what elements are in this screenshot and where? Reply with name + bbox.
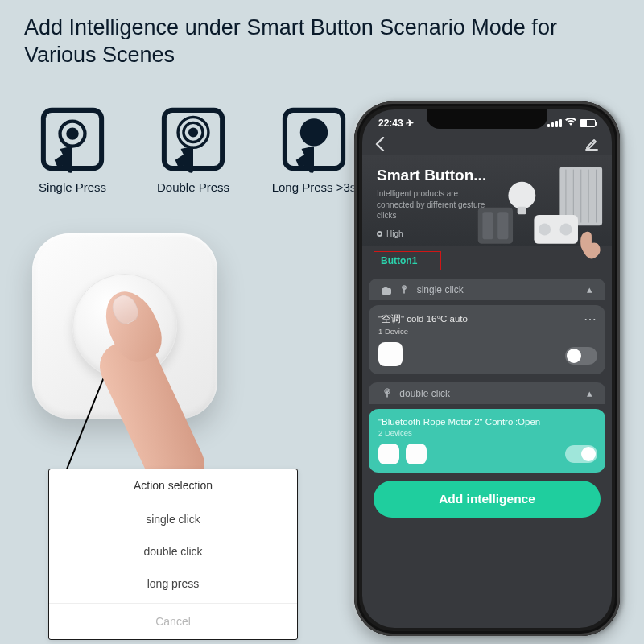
add-intelligence-button[interactable]: Add intelligence — [374, 481, 601, 518]
hero-art — [475, 165, 604, 262]
hero-subtitle: Intelligent products are connected by di… — [377, 188, 489, 221]
action-cancel[interactable]: Cancel — [49, 603, 297, 639]
svg-rect-22 — [497, 212, 508, 239]
svg-point-6 — [188, 127, 198, 137]
double-press-icon — [159, 105, 228, 174]
edit-icon[interactable] — [584, 137, 599, 155]
action-selection-popup: Action selection single click double cli… — [48, 469, 298, 640]
action-popup-title: Action selection — [49, 469, 297, 503]
phone-screen: 22:43 ✈ Smart Button... Intelligent prod… — [362, 109, 612, 628]
long-press-item: Long Press >3s — [266, 105, 362, 194]
double-press-item: Double Press — [145, 105, 242, 194]
back-icon[interactable] — [375, 137, 385, 155]
single-press-item: Single Press — [24, 105, 121, 194]
action-long-press[interactable]: long press — [49, 568, 297, 600]
svg-point-2 — [66, 127, 78, 139]
double-tap-icon — [382, 387, 393, 398]
hero-section: Smart Button... Intelligent products are… — [362, 155, 612, 246]
single-press-icon — [38, 105, 107, 174]
lock-icon — [382, 283, 393, 295]
long-press-label: Long Press >3s — [266, 180, 362, 194]
device-tile — [378, 342, 402, 366]
collapse-icon[interactable]: ▴ — [587, 387, 592, 399]
app-navbar — [362, 132, 612, 155]
single-card-toggle[interactable] — [565, 347, 597, 365]
double-card-sub: 2 Devices — [378, 428, 596, 437]
svg-point-19 — [559, 223, 572, 235]
phone-frame: 22:43 ✈ Smart Button... Intelligent prod… — [354, 101, 620, 636]
status-time: 22:43 ✈ — [378, 118, 414, 129]
svg-point-18 — [539, 223, 551, 235]
section-single-click[interactable]: single click ▴ — [369, 279, 605, 300]
single-card-title: "空调" cold 16°C auto — [378, 313, 596, 325]
single-click-card[interactable]: ⋯ "空调" cold 16°C auto 1 Device — [369, 305, 605, 374]
double-click-card[interactable]: "Bluetooth Rope Motor 2" Control:Open 2 … — [369, 409, 605, 473]
tap-icon — [398, 283, 410, 295]
wifi-icon — [565, 118, 576, 129]
button1-tab[interactable]: Button1 — [374, 251, 441, 270]
action-double-click[interactable]: double click — [49, 535, 297, 568]
device-tile — [378, 444, 399, 464]
svg-point-8 — [300, 118, 328, 146]
headline-text: Add Intelligence under Smart Button Scen… — [24, 14, 620, 69]
double-card-toggle[interactable] — [565, 445, 597, 463]
status-indicators — [547, 118, 596, 129]
single-press-label: Single Press — [24, 180, 121, 194]
action-single-click[interactable]: single click — [49, 503, 297, 535]
section-double-label: double click — [399, 388, 450, 399]
signal-icon — [547, 119, 562, 127]
collapse-icon[interactable]: ▴ — [587, 283, 592, 295]
double-press-label: Double Press — [145, 180, 242, 194]
press-type-row: Single Press Double Press Long Press >3s — [24, 105, 362, 194]
device-tile — [406, 444, 427, 464]
card-more-icon[interactable]: ⋯ — [584, 312, 597, 327]
section-double-click[interactable]: double click ▴ — [369, 382, 605, 404]
device-illustration — [32, 233, 233, 435]
phone-notch — [427, 109, 547, 129]
svg-rect-16 — [518, 207, 526, 214]
section-single-label: single click — [417, 284, 464, 295]
long-press-icon — [279, 105, 349, 174]
double-card-title: "Bluetooth Rope Motor 2" Control:Open — [378, 417, 596, 427]
svg-point-15 — [508, 182, 535, 209]
single-card-sub: 1 Device — [378, 327, 596, 336]
svg-rect-21 — [482, 212, 493, 239]
battery-icon — [580, 119, 596, 127]
